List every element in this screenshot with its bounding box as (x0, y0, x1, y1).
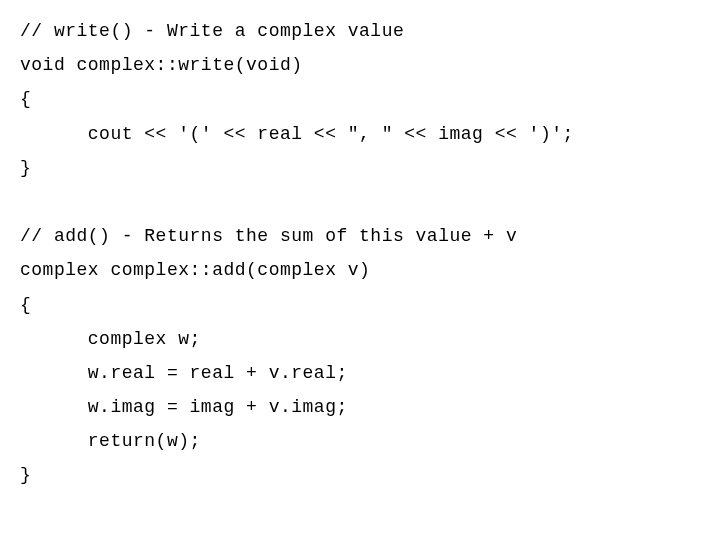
code-block: // write() - Write a complex value void … (0, 0, 720, 507)
